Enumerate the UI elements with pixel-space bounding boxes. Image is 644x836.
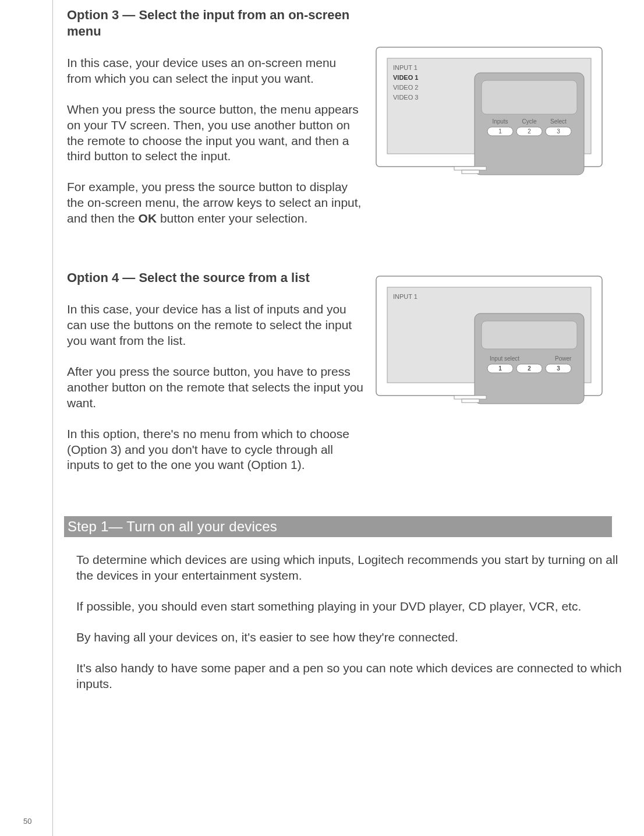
- menu-item-video1: VIDEO 1: [393, 74, 418, 81]
- remote-label-cycle: Cycle: [522, 118, 536, 125]
- menu-item-video2: VIDEO 2: [393, 84, 418, 91]
- step1-para3: By having all your devices on, it's easi…: [76, 630, 638, 645]
- remote2-label-inputselect: Input select: [490, 355, 519, 362]
- remote-num-2: 2: [528, 128, 531, 135]
- option3-section: Option 3 — Select the input from an on-s…: [67, 7, 638, 242]
- option4-para2: After you press the source button, you h…: [67, 364, 364, 411]
- remote2-label-power: Power: [555, 355, 572, 362]
- option3-para1: In this case, your device uses an on-scr…: [67, 55, 364, 87]
- ok-label: OK: [139, 211, 157, 225]
- option3-para3b: button enter your selection.: [157, 211, 307, 225]
- remote-label-inputs: Inputs: [492, 118, 508, 125]
- option4-para3: In this option, there's no menu from whi…: [67, 426, 364, 474]
- option3-para2: When you press the source button, the me…: [67, 102, 364, 165]
- svg-rect-8: [462, 170, 479, 174]
- option4-section: Option 4 — Select the source from a list…: [67, 270, 638, 488]
- option3-para3: For example, you press the source button…: [67, 179, 364, 227]
- option4-heading: Option 4 — Select the source from a list: [67, 270, 364, 286]
- page-number: 50: [23, 817, 31, 826]
- menu-item-input1: INPUT 1: [393, 64, 417, 71]
- remote-num-1: 1: [498, 128, 502, 135]
- option3-heading: Option 3 — Select the input from an on-s…: [67, 7, 364, 39]
- menu-item-video3: VIDEO 3: [393, 94, 418, 101]
- step1-body: To determine which devices are using whi…: [67, 552, 638, 692]
- step1-para2: If possible, you should even start somet…: [76, 599, 638, 615]
- step1-para1: To determine which devices are using whi…: [76, 552, 638, 584]
- option4-text: Option 4 — Select the source from a list…: [67, 270, 364, 488]
- svg-rect-16: [454, 396, 486, 399]
- remote2-num-3: 3: [557, 365, 560, 372]
- remote2-num-1: 1: [498, 365, 502, 372]
- remote-label-select: Select: [550, 118, 567, 125]
- step1-para4: It's also handy to have some paper and a…: [76, 661, 638, 692]
- list-input1: INPUT 1: [393, 293, 417, 300]
- left-margin-rule: [52, 0, 53, 836]
- option3-text: Option 3 — Select the input from an on-s…: [67, 7, 364, 242]
- step1-bar: Step 1— Turn on all your devices: [64, 516, 612, 537]
- svg-rect-12: [482, 321, 577, 349]
- svg-rect-7: [454, 167, 486, 170]
- option4-para1: In this case, your device has a list of …: [67, 302, 364, 349]
- option4-illustration: INPUT 1 Input select Power 1 2 3: [376, 270, 603, 488]
- svg-rect-3: [482, 80, 577, 114]
- remote2-num-2: 2: [528, 365, 531, 372]
- option3-illustration: INPUT 1 VIDEO 1 VIDEO 2 VIDEO 3 Inputs C…: [376, 7, 603, 242]
- svg-rect-17: [462, 399, 479, 403]
- remote-num-3: 3: [557, 128, 560, 135]
